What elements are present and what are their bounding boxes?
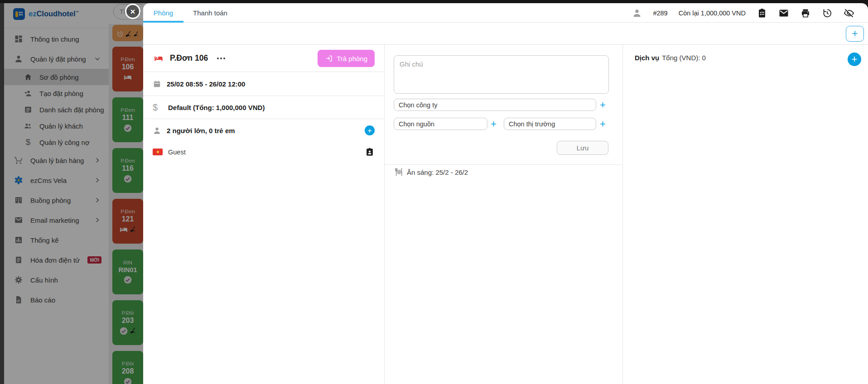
divider bbox=[385, 164, 622, 165]
booking-number: #289 bbox=[653, 10, 667, 17]
breakfast-info: Ăn sáng: 25/2 - 26/2 bbox=[394, 167, 468, 177]
bed-icon bbox=[153, 53, 164, 63]
rate-info: Default (Tổng: 1,000,000 VND) bbox=[168, 104, 265, 111]
occupancy: 2 người lớn, 0 trẻ em bbox=[167, 127, 235, 134]
eye-off-button[interactable] bbox=[844, 8, 854, 19]
save-button[interactable]: Lưu bbox=[557, 141, 608, 155]
person-icon bbox=[153, 126, 161, 135]
more-options-button[interactable] bbox=[217, 58, 225, 59]
add-company-button[interactable]: + bbox=[600, 100, 606, 110]
room-summary-column: P.Đơn 106 Trả phòng 25/02 08:55 - 26/02 … bbox=[143, 45, 385, 384]
tab-thanh-toan[interactable]: Thanh toán bbox=[183, 3, 237, 22]
tab-bar: Phòng Thanh toán #289 Còn lại 1,000,000 … bbox=[143, 3, 868, 23]
room-title: P.Đơn 106 bbox=[170, 53, 208, 63]
booking-detail-panel: Phòng Thanh toán #289 Còn lại 1,000,000 … bbox=[143, 3, 868, 384]
checkout-button[interactable]: Trả phòng bbox=[318, 50, 375, 67]
calendar-icon bbox=[153, 80, 161, 88]
add-room-button[interactable]: + bbox=[846, 26, 864, 42]
guest-name[interactable]: Guest bbox=[168, 149, 186, 156]
dollar-icon: $ bbox=[153, 102, 163, 113]
person-icon bbox=[632, 8, 642, 18]
note-input[interactable] bbox=[394, 55, 609, 94]
restaurant-icon bbox=[394, 167, 404, 177]
add-guest-button[interactable]: + bbox=[365, 125, 375, 135]
vietnam-flag-icon bbox=[153, 149, 163, 155]
company-select[interactable]: Chọn công ty bbox=[394, 99, 596, 111]
stay-dates: 25/02 08:55 - 26/02 12:00 bbox=[167, 80, 245, 88]
source-select[interactable]: Chọn nguồn bbox=[394, 118, 487, 130]
booking-form-column: Chọn công ty + Chọn nguồn + Chọn thị trư… bbox=[385, 45, 623, 384]
market-select[interactable]: Chọn thị trường bbox=[504, 118, 596, 130]
add-service-button[interactable]: + bbox=[848, 53, 861, 66]
panel-toolbar: + bbox=[143, 23, 868, 45]
booking-meta: #289 Còn lại 1,000,000 VND bbox=[632, 3, 854, 23]
history-button[interactable] bbox=[822, 8, 833, 19]
tab-phong[interactable]: Phòng bbox=[143, 3, 183, 22]
close-panel-button[interactable]: × bbox=[125, 4, 140, 19]
services-column: Dịch vụTổng (VND): 0 + bbox=[623, 45, 868, 384]
modal-backdrop[interactable] bbox=[0, 0, 150, 384]
window-top-edge bbox=[0, 0, 868, 3]
add-source-button[interactable]: + bbox=[491, 119, 497, 129]
remaining-balance: Còn lại 1,000,000 VND bbox=[679, 10, 746, 17]
print-button[interactable] bbox=[800, 8, 811, 19]
email-button[interactable] bbox=[778, 8, 789, 19]
add-market-button[interactable]: + bbox=[600, 119, 606, 129]
guest-id-badge-button[interactable] bbox=[365, 147, 375, 157]
services-header: Dịch vụTổng (VND): 0 bbox=[635, 54, 706, 62]
checklist-button[interactable] bbox=[757, 8, 767, 19]
exit-icon bbox=[325, 54, 333, 62]
